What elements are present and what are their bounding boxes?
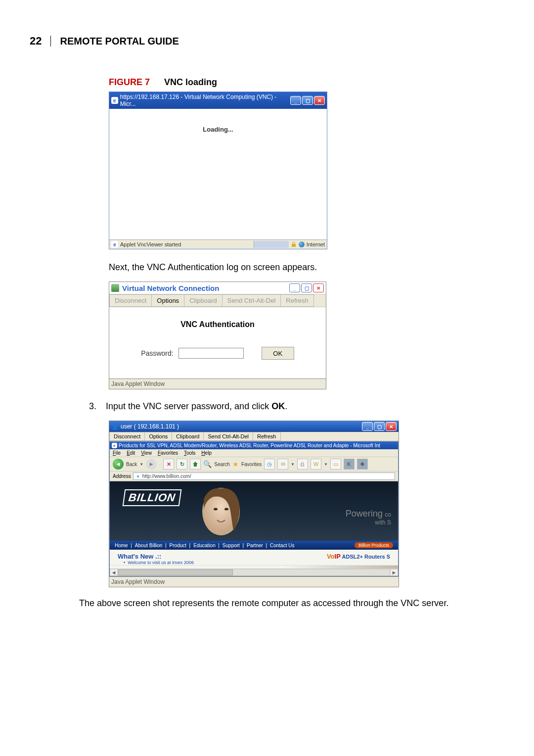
- status-zone: Internet: [307, 241, 325, 247]
- page-number: 22: [30, 35, 42, 47]
- nav-partner[interactable]: Partner |: [247, 543, 267, 548]
- status-progress: [254, 241, 289, 248]
- menu-edit[interactable]: Edit: [127, 450, 135, 456]
- ie-icon: e: [112, 443, 117, 448]
- ok-button[interactable]: OK: [262, 347, 294, 360]
- step-number: 3.: [89, 401, 99, 412]
- address-input[interactable]: e http://www.billion.com/: [133, 472, 395, 480]
- minimize-button[interactable]: _: [290, 96, 301, 105]
- figure7-caption: FIGURE 7 VNC loading: [109, 77, 504, 88]
- scroll-left-icon[interactable]: ◄: [110, 569, 118, 576]
- address-label: Address: [113, 473, 131, 479]
- back-button[interactable]: ◄: [113, 459, 124, 470]
- remote-ie-window: e Products for SSL VPN, ADSL Modem/Route…: [109, 441, 399, 576]
- tool-icon-2[interactable]: ❖: [357, 459, 368, 470]
- vnc-auth-heading: VNC Authentication: [114, 320, 321, 329]
- step-3: 3. Input the VNC server password, and cl…: [89, 401, 504, 412]
- vnc-auth-titlebar: Virtual Network Connection _ ▢ ✕: [109, 282, 326, 294]
- outer-toolbar: Disconnect Options Clipboard Send Ctrl-A…: [109, 432, 399, 441]
- scroll-thumb[interactable]: [118, 569, 233, 575]
- close-button[interactable]: ✕: [386, 422, 397, 431]
- back-dropdown-icon[interactable]: ▼: [139, 462, 143, 467]
- maximize-button[interactable]: ▢: [301, 284, 312, 292]
- refresh-button[interactable]: Refresh: [280, 294, 314, 307]
- site-nav: Home | About Billion | Product | Educati…: [110, 541, 398, 550]
- nav-education[interactable]: Education |: [193, 543, 220, 548]
- nav-home[interactable]: Home |: [115, 543, 132, 548]
- edit-dropdown-icon[interactable]: ▼: [324, 462, 328, 467]
- mail-dropdown-icon[interactable]: ▼: [291, 462, 295, 467]
- menu-favorites[interactable]: Favorites: [158, 450, 178, 456]
- website-banner: BILLION Powering co with S: [110, 481, 398, 541]
- discuss-icon[interactable]: ▭: [330, 459, 341, 470]
- powering-text: Powering co with S: [346, 509, 391, 526]
- search-label: Search: [214, 462, 230, 467]
- home-icon[interactable]: [190, 459, 201, 470]
- address-bar: Address e http://www.billion.com/: [110, 472, 398, 481]
- nav-support[interactable]: Support |: [222, 543, 244, 548]
- java-applet-footer: Java Applet Window: [109, 576, 399, 587]
- print-icon[interactable]: ⎙: [297, 459, 308, 470]
- page-header: 22 REMOTE PORTAL GUIDE: [30, 35, 504, 47]
- whats-new-item[interactable]: • Welcome to visit us at Invex 2006: [118, 560, 194, 565]
- send-cad-button[interactable]: Send Ctrl-Alt-Del: [222, 294, 281, 307]
- refresh-icon[interactable]: ↻: [177, 459, 187, 470]
- scroll-right-icon[interactable]: ►: [390, 569, 398, 576]
- ie-titlebar: e Products for SSL VPN, ADSL Modem/Route…: [110, 442, 398, 449]
- nav-product[interactable]: Product |: [170, 543, 191, 548]
- nav-about[interactable]: About Billion |: [135, 543, 167, 548]
- menu-file[interactable]: File: [113, 450, 121, 456]
- status-text: Applet VncViewer started: [120, 241, 181, 247]
- svg-point-3: [224, 508, 228, 511]
- minimize-button[interactable]: _: [289, 284, 300, 292]
- nav-contact[interactable]: Contact Us: [270, 543, 294, 548]
- billion-products-button[interactable]: Billion Products: [355, 542, 393, 548]
- maximize-button[interactable]: ▢: [374, 422, 385, 431]
- svg-point-2: [214, 508, 218, 511]
- ie-menubar: File Edit View Favorites Tools Help: [110, 449, 398, 457]
- outer-title: user ( 192.168.1.101 ): [121, 423, 179, 430]
- maximize-button[interactable]: ▢: [302, 96, 313, 105]
- ie-title: Products for SSL VPN, ADSL Modem/Router,…: [119, 443, 380, 448]
- refresh-button[interactable]: Refresh: [253, 432, 281, 441]
- history-icon[interactable]: ◷: [264, 459, 275, 470]
- send-cad-button[interactable]: Send Ctrl-Alt-Del: [203, 432, 253, 441]
- window-body: Loading...: [109, 109, 327, 239]
- clipboard-button[interactable]: Clipboard: [172, 432, 204, 441]
- options-button[interactable]: Options: [144, 432, 172, 441]
- close-button[interactable]: ✕: [313, 284, 324, 292]
- password-input[interactable]: [178, 348, 244, 359]
- stop-icon[interactable]: ✕: [163, 459, 174, 470]
- minimize-button[interactable]: _: [362, 422, 373, 431]
- lock-icon: [291, 241, 297, 247]
- vnc-toolbar: Disconnect Options Clipboard Send Ctrl-A…: [109, 294, 326, 307]
- favorites-label: Favorites: [241, 462, 262, 467]
- horizontal-scrollbar[interactable]: ◄ ►: [110, 568, 398, 576]
- ie-toolbar: ◄ Back ▼ ► · ✕ ↻ 🔍 Search ★ Favorites ◷ …: [110, 457, 398, 472]
- disconnect-button[interactable]: Disconnect: [109, 432, 145, 441]
- remote-desktop-window: 👤 user ( 192.168.1.101 ) _ ▢ ✕ Disconnec…: [109, 421, 399, 587]
- menu-view[interactable]: View: [141, 450, 152, 456]
- close-button[interactable]: ✕: [314, 96, 325, 105]
- disconnect-button[interactable]: Disconnect: [109, 294, 152, 307]
- vnc-auth-body: VNC Authentication Password: OK: [109, 307, 326, 378]
- clipboard-button[interactable]: Clipboard: [184, 294, 222, 307]
- favorites-icon[interactable]: ★: [232, 460, 239, 468]
- loading-text: Loading...: [109, 126, 327, 133]
- forward-button[interactable]: ►: [146, 459, 157, 470]
- edit-icon[interactable]: W: [311, 459, 321, 470]
- billion-logo: BILLION: [123, 489, 182, 506]
- tool-icon-1[interactable]: K: [344, 459, 355, 470]
- search-icon[interactable]: 🔍: [203, 460, 212, 468]
- mail-icon[interactable]: ✉: [277, 459, 288, 470]
- vnc-icon: [111, 284, 119, 292]
- window-titlebar: e https://192.168.17.126 - Virtual Netwo…: [109, 92, 327, 109]
- header-separator: [50, 36, 51, 47]
- menu-tools[interactable]: Tools: [184, 450, 195, 456]
- options-button[interactable]: Options: [151, 294, 184, 307]
- figure-title: VNC loading: [164, 77, 217, 87]
- svg-rect-0: [292, 244, 296, 247]
- content-divider: [110, 565, 398, 568]
- user-icon: 👤: [111, 423, 119, 430]
- menu-help[interactable]: Help: [201, 450, 212, 456]
